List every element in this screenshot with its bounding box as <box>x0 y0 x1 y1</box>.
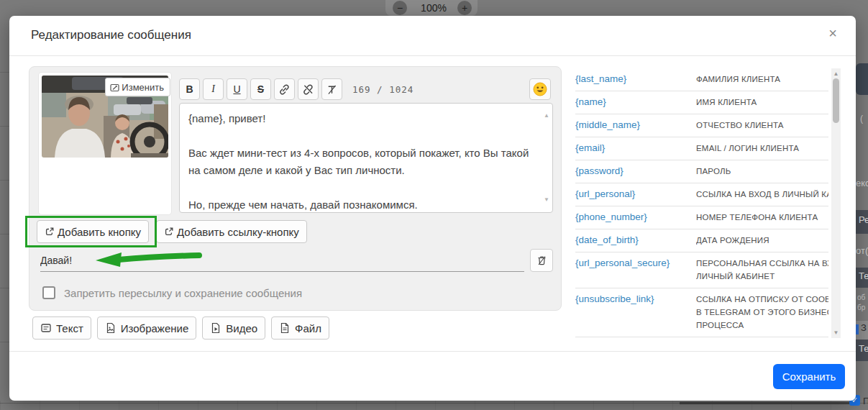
emoji-picker-button[interactable] <box>529 78 551 100</box>
tab-image[interactable]: Изображение <box>97 316 197 340</box>
delete-button-button[interactable] <box>530 249 553 272</box>
bg-grid-line <box>0 288 9 288</box>
bg-zoom-in-button[interactable]: + <box>457 1 472 15</box>
save-button[interactable]: Сохранить <box>773 364 845 389</box>
tab-image-label: Изображение <box>121 322 189 334</box>
close-icon[interactable]: × <box>828 25 837 42</box>
variable-name-link[interactable]: {unsubscribe_link} <box>575 293 696 306</box>
variable-row: {unsubscribe_link} ССЫЛКА НА ОТПИСКУ ОТ … <box>575 288 828 337</box>
variable-row: {middle_name} ОТЧЕСТВО КЛИЕНТА <box>575 114 828 137</box>
unlink-icon[interactable] <box>298 78 319 100</box>
clear-format-icon[interactable] <box>321 78 342 100</box>
variable-name-link[interactable]: {url_personal_secure} <box>575 257 696 270</box>
edit-image-icon <box>110 83 119 92</box>
message-paragraph: Вас ждет мини-тест из 4-х вопросов, кото… <box>188 145 534 179</box>
scroll-up-icon[interactable]: ▲ <box>544 107 549 124</box>
variable-description: НОМЕР ТЕЛЕФОНА КЛИЕНТА <box>696 211 828 224</box>
bg-text-fragment: П <box>863 396 868 406</box>
tab-video-label: Видео <box>226 322 257 334</box>
message-paragraph: Но, прежде чем начать, давай познакомимс… <box>188 196 534 213</box>
modal-title: Редактирование сообщения <box>31 28 191 42</box>
italic-button[interactable]: I <box>203 78 224 100</box>
bg-grid-line <box>0 72 9 73</box>
variable-row: {url_personal} ССЫЛКА НА ВХОД В ЛИЧНЫЙ К… <box>575 183 828 206</box>
variables-scrollbar[interactable]: ▲ ▼ <box>831 68 841 338</box>
bg-text-fragment: З <box>861 322 867 333</box>
variable-name-link[interactable]: {email} <box>575 142 696 155</box>
variable-row: {password} ПАРОЛЬ <box>575 160 828 183</box>
bg-row-fragment: Те <box>856 340 868 361</box>
bg-text-fragment: бр <box>857 304 865 311</box>
add-buttons-row: Добавить кнопку Добавить ссылку-кнопку <box>37 220 307 243</box>
add-link-button-icon <box>164 227 174 237</box>
link-icon[interactable] <box>274 78 295 100</box>
bg-grid-line <box>0 180 9 181</box>
bg-text-fragment: ( <box>860 114 863 124</box>
variable-description: EMAIL / ЛОГИН КЛИЕНТА <box>696 142 828 155</box>
variable-description: ФАМИЛИЯ КЛИЕНТА <box>696 73 828 86</box>
add-button-icon <box>45 227 55 237</box>
strikethrough-button[interactable]: S <box>250 78 271 100</box>
bg-table-rule-dark <box>680 402 852 404</box>
attached-image-card: Изменить <box>39 73 171 214</box>
trash-icon <box>536 255 547 266</box>
bg-row-fragment: Те <box>856 268 868 288</box>
variable-name-link[interactable]: {last_name} <box>575 73 696 86</box>
variable-name-link[interactable]: {date_of_birth} <box>575 234 696 247</box>
bg-checkbox-fragment <box>856 324 859 334</box>
text-icon <box>40 322 52 334</box>
variable-row: {name} ИМЯ КЛИЕНТА <box>575 91 828 114</box>
message-text-editor[interactable]: ▲ ▼ {name}, привет!Вас ждет мини-тест из… <box>179 103 553 213</box>
variable-row: {phone_number} НОМЕР ТЕЛЕФОНА КЛИЕНТА <box>575 206 828 229</box>
button-text-input[interactable] <box>40 249 524 272</box>
tab-text-label: Текст <box>56 322 83 334</box>
tab-text[interactable]: Текст <box>32 316 91 340</box>
variable-description: ПАРОЛЬ <box>696 165 828 178</box>
bg-grid-line <box>0 234 9 234</box>
tab-file[interactable]: Файл <box>271 316 329 340</box>
content-type-row: Текст Изображение Видео Файл <box>32 316 329 340</box>
message-paragraph: {name}, привет! <box>188 110 534 127</box>
scrollbar-thumb[interactable] <box>833 78 839 123</box>
change-image-button[interactable]: Изменить <box>105 78 170 96</box>
bg-dark-button-fragment <box>856 63 868 95</box>
add-button-label: Добавить кнопку <box>58 226 141 238</box>
scroll-up-icon[interactable]: ▲ <box>831 70 841 77</box>
formatting-toolbar: B I U S 169 / 1024 <box>179 78 414 100</box>
restrict-forwarding-checkbox[interactable] <box>42 286 55 299</box>
bg-text-fragment: об <box>857 293 865 301</box>
variable-row: {today} ТЕКУЩАЯ ДАТА <box>575 337 828 338</box>
variable-name-link[interactable]: {url_personal} <box>575 188 696 201</box>
variable-description: ДАТА РОЖДЕНИЯ <box>696 234 828 247</box>
variable-description: ССЫЛКА НА ОТПИСКУ ОТ СООБЩЕНИЙВ TELEGRAM… <box>696 293 828 332</box>
variable-row: {last_name} ФАМИЛИЯ КЛИЕНТА <box>575 68 828 91</box>
character-counter: 169 / 1024 <box>352 84 414 95</box>
variable-name-link[interactable]: {phone_number} <box>575 211 696 224</box>
variable-description: ПЕРСОНАЛЬНАЯ ССЫЛКА НА ВХОД ВЛИЧНЫЙ КАБИ… <box>696 257 828 283</box>
bold-button[interactable]: B <box>179 78 200 100</box>
bg-grid-line <box>0 342 9 342</box>
image-icon <box>105 322 117 334</box>
add-link-button-label: Добавить ссылку-кнопку <box>177 226 299 238</box>
smiley-icon <box>533 82 547 96</box>
bg-zoom-out-button[interactable]: − <box>393 1 407 15</box>
variable-row: {date_of_birth} ДАТА РОЖДЕНИЯ <box>575 229 828 252</box>
add-button-button[interactable]: Добавить кнопку <box>37 220 149 243</box>
variable-description: ОТЧЕСТВО КЛИЕНТА <box>696 119 828 132</box>
underline-button[interactable]: U <box>227 78 247 100</box>
bg-grid-line <box>0 126 9 127</box>
bg-text-fragment: екс <box>856 178 868 188</box>
scroll-down-icon[interactable]: ▼ <box>831 329 841 336</box>
variable-name-link[interactable]: {name} <box>575 96 696 109</box>
file-icon <box>279 322 291 334</box>
bg-zoom-level: 100% <box>416 2 452 14</box>
tab-video[interactable]: Видео <box>202 316 265 340</box>
variable-name-link[interactable]: {password} <box>575 165 696 178</box>
variable-name-link[interactable]: {middle_name} <box>575 119 696 132</box>
scroll-down-icon[interactable]: ▼ <box>544 191 549 209</box>
change-image-label: Изменить <box>122 82 164 93</box>
add-link-button-button[interactable]: Добавить ссылку-кнопку <box>156 220 307 243</box>
variable-row: {email} EMAIL / ЛОГИН КЛИЕНТА <box>575 137 828 160</box>
variable-row: {url_personal_secure} ПЕРСОНАЛЬНАЯ ССЫЛК… <box>575 252 828 288</box>
bg-row-fragment: Ре <box>856 210 868 234</box>
